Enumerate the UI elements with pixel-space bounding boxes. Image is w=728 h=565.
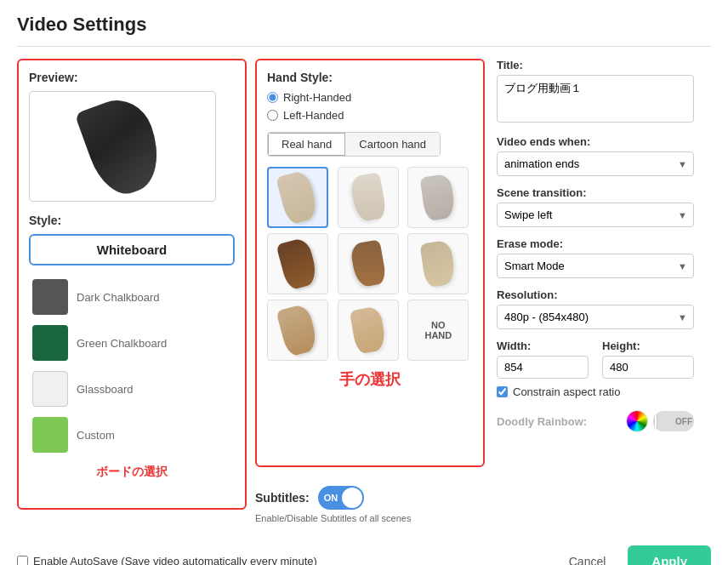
- erase-mode-wrapper: Smart Mode Classic Mode ▼: [497, 254, 694, 278]
- hand-option-1[interactable]: [267, 167, 328, 228]
- toggle-on-text: ON: [324, 493, 338, 503]
- dark-chalkboard-item[interactable]: Dark Chalkboard: [29, 274, 235, 320]
- doodly-rainbow-row: Doodly Rainbow: OFF: [497, 410, 694, 432]
- height-input[interactable]: [602, 356, 694, 379]
- custom-swatch: [32, 417, 68, 453]
- hand-option-5[interactable]: [338, 233, 399, 294]
- page-title: Video Settings: [17, 14, 711, 36]
- constrain-checkbox[interactable]: [497, 386, 508, 397]
- right-handed-option[interactable]: Right-Handed: [267, 91, 473, 104]
- hand-shape-4: [276, 237, 319, 291]
- right-panel: Title: ブログ用動画１ Video ends when: animatio…: [493, 59, 697, 436]
- dark-chalkboard-swatch: [32, 279, 68, 315]
- hand-option-3[interactable]: [407, 167, 469, 228]
- scene-transition-label: Scene transition:: [497, 186, 694, 199]
- mid-panel: Hand Style: Right-Handed Left-Handed Rea…: [255, 59, 485, 467]
- preview-label: Preview:: [29, 71, 235, 84]
- hand-option-8[interactable]: [338, 300, 399, 361]
- tab-cartoon-hand[interactable]: Cartoon hand: [345, 133, 440, 156]
- tab-real-hand[interactable]: Real hand: [268, 133, 345, 156]
- style-label: Style:: [29, 214, 235, 227]
- hand-option-no-hand[interactable]: NO HAND: [407, 300, 469, 361]
- no-hand-label: NO HAND: [424, 320, 452, 340]
- glassboard-item[interactable]: Glassboard: [29, 366, 235, 412]
- video-ends-wrapper: animation ends last scene ends manually …: [497, 151, 694, 176]
- title-label: Title:: [497, 59, 694, 71]
- video-ends-label: Video ends when:: [497, 135, 694, 148]
- hand-grid: NO HAND: [267, 167, 473, 361]
- scene-transition-select[interactable]: Swipe left Fade None Swipe right: [497, 203, 694, 227]
- erase-mode-select[interactable]: Smart Mode Classic Mode: [497, 254, 694, 278]
- main-content: Preview: Style: Whiteboard Dark Chalkboa…: [17, 59, 711, 523]
- width-label: Width:: [497, 340, 589, 352]
- rainbow-icon: [626, 410, 648, 432]
- divider: [17, 46, 711, 47]
- cancel-button[interactable]: Cancel: [557, 548, 618, 566]
- subtitles-desc: Enable/Disable Subtitles of all scenes: [255, 513, 485, 523]
- right-handed-radio[interactable]: [267, 92, 278, 103]
- autosave-row: Enable AutoSave (Save video automaticall…: [17, 555, 317, 565]
- height-label: Height:: [602, 340, 694, 352]
- doodly-toggle-group: OFF: [626, 410, 694, 432]
- hand-type-tabs: Real hand Cartoon hand: [267, 132, 441, 157]
- hand-shape-1: [276, 169, 320, 225]
- resolution-wrapper: 480p - (854x480) 720p - (1280x720) 1080p…: [497, 305, 694, 329]
- erase-mode-label: Erase mode:: [497, 237, 694, 250]
- subtitles-row: Subtitles: ON: [255, 486, 485, 510]
- left-handed-label: Left-Handed: [283, 109, 344, 122]
- autosave-checkbox[interactable]: [17, 556, 28, 565]
- doodly-toggle-off-text: OFF: [675, 417, 692, 426]
- hand-shape-8: [349, 305, 386, 354]
- doodly-toggle-knob: [655, 413, 657, 430]
- green-chalkboard-item[interactable]: Green Chalkboard: [29, 320, 235, 366]
- resolution-label: Resolution:: [497, 288, 694, 301]
- subtitles-section: Subtitles: ON Enable/Disable Subtitles o…: [255, 476, 485, 523]
- scene-transition-wrapper: Swipe left Fade None Swipe right ▼: [497, 203, 694, 227]
- whiteboard-style-button[interactable]: Whiteboard: [29, 234, 235, 265]
- green-chalkboard-label: Green Chalkboard: [77, 337, 167, 350]
- glassboard-label: Glassboard: [77, 383, 133, 396]
- resolution-select[interactable]: 480p - (854x480) 720p - (1280x720) 1080p…: [497, 305, 694, 329]
- preview-box: [29, 91, 216, 202]
- width-group: Width:: [497, 340, 589, 379]
- apply-button[interactable]: Apply: [628, 545, 711, 565]
- doodly-rainbow-label: Doodly Rainbow:: [497, 415, 587, 428]
- subtitles-label: Subtitles:: [255, 491, 310, 505]
- hand-shape-7: [276, 303, 319, 357]
- hand-option-7[interactable]: [267, 300, 328, 361]
- hand-selection-label: 手の選択: [267, 369, 473, 390]
- left-handed-radio[interactable]: [267, 110, 278, 121]
- action-buttons: Cancel Apply: [557, 545, 711, 565]
- hand-option-6[interactable]: [407, 233, 469, 294]
- right-handed-label: Right-Handed: [283, 91, 351, 104]
- hand-shape-2: [349, 172, 387, 222]
- hand-handedness-group: Right-Handed Left-Handed: [267, 91, 473, 122]
- hand-shape-6: [420, 240, 457, 288]
- toggle-knob: [342, 488, 362, 508]
- dark-chalkboard-label: Dark Chalkboard: [77, 291, 160, 304]
- board-selection-label: ボードの選択: [29, 465, 235, 480]
- constrain-label: Constrain aspect ratio: [513, 385, 620, 398]
- hand-preview-image: [75, 91, 171, 202]
- left-panel: Preview: Style: Whiteboard Dark Chalkboa…: [17, 59, 247, 510]
- hand-option-4[interactable]: [267, 233, 328, 294]
- dimensions-row: Width: Height:: [497, 340, 694, 379]
- subtitles-toggle[interactable]: ON: [318, 486, 364, 510]
- bottom-bar: Enable AutoSave (Save video automaticall…: [17, 537, 711, 565]
- title-input[interactable]: ブログ用動画１: [497, 75, 694, 123]
- glassboard-swatch: [32, 371, 68, 407]
- width-input[interactable]: [497, 356, 589, 379]
- constrain-row: Constrain aspect ratio: [497, 385, 694, 398]
- green-chalkboard-swatch: [32, 325, 68, 361]
- hand-option-2[interactable]: [338, 167, 399, 228]
- autosave-label: Enable AutoSave (Save video automaticall…: [33, 555, 317, 565]
- height-group: Height:: [602, 340, 694, 379]
- video-ends-select[interactable]: animation ends last scene ends manually: [497, 151, 694, 176]
- custom-label: Custom: [77, 429, 115, 442]
- hand-style-label: Hand Style:: [267, 71, 473, 84]
- hand-shape-5: [349, 239, 386, 288]
- hand-shape-3: [420, 174, 457, 222]
- left-handed-option[interactable]: Left-Handed: [267, 109, 473, 122]
- doodly-toggle-off[interactable]: OFF: [653, 411, 694, 431]
- custom-item[interactable]: Custom: [29, 412, 235, 458]
